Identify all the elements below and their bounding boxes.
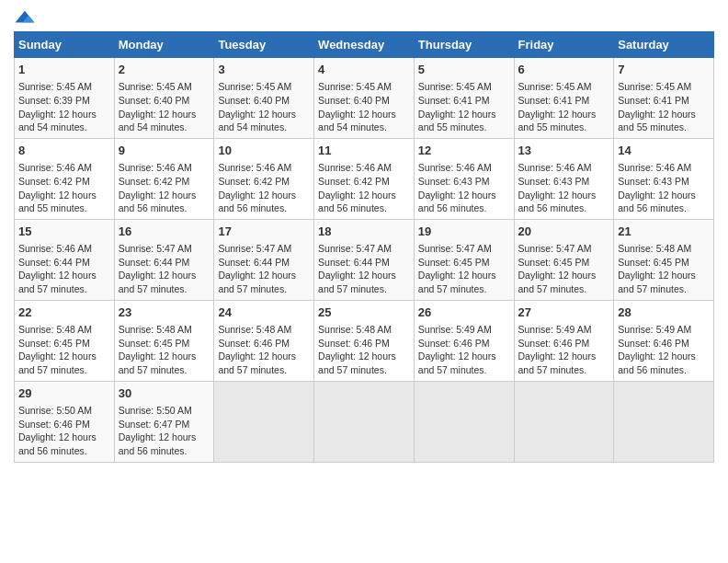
day-info-line: Daylight: 12 hours — [318, 108, 410, 121]
day-info-line: Sunrise: 5:48 AM — [119, 323, 210, 337]
day-info-line: Sunrise: 5:46 AM — [218, 161, 310, 175]
day-info-line: Sunset: 6:46 PM — [318, 337, 410, 350]
day-cell: 1Sunrise: 5:45 AMSunset: 6:39 PMDaylight… — [15, 58, 115, 139]
day-cell: 8Sunrise: 5:46 AMSunset: 6:42 PMDaylight… — [15, 138, 115, 219]
day-number: 16 — [119, 224, 210, 240]
day-cell: 11Sunrise: 5:46 AMSunset: 6:42 PMDayligh… — [314, 138, 415, 219]
day-number: 14 — [618, 143, 710, 159]
day-info-line: Daylight: 12 hours — [618, 108, 710, 121]
day-info-line: Sunrise: 5:46 AM — [418, 161, 510, 175]
day-info-line: and 54 minutes. — [18, 121, 110, 134]
day-info-line: Daylight: 12 hours — [119, 269, 210, 282]
day-info-line: Daylight: 12 hours — [418, 189, 510, 202]
day-info-line: and 55 minutes. — [418, 121, 510, 134]
day-info-line: Sunrise: 5:48 AM — [318, 323, 410, 337]
day-info-line: and 56 minutes. — [18, 444, 110, 458]
day-number: 27 — [518, 304, 610, 321]
day-info-line: Daylight: 12 hours — [18, 189, 110, 202]
day-info-line: Daylight: 12 hours — [618, 350, 710, 363]
day-cell: 22Sunrise: 5:48 AMSunset: 6:45 PMDayligh… — [15, 300, 115, 381]
day-info-line: and 57 minutes. — [518, 363, 610, 377]
day-info-line: and 57 minutes. — [119, 363, 210, 377]
day-info-line: Daylight: 12 hours — [418, 269, 510, 282]
day-cell: 29Sunrise: 5:50 AMSunset: 6:46 PMDayligh… — [15, 381, 115, 462]
day-info-line: Sunrise: 5:47 AM — [119, 242, 210, 256]
day-info-line: Daylight: 12 hours — [18, 269, 110, 282]
day-info-line: Sunrise: 5:46 AM — [518, 161, 610, 175]
day-number: 26 — [418, 304, 510, 321]
day-info-line: Sunrise: 5:50 AM — [119, 404, 210, 418]
day-info-line: Sunrise: 5:45 AM — [518, 80, 610, 94]
day-info-line: Daylight: 12 hours — [518, 350, 610, 363]
day-info-line: and 55 minutes. — [618, 121, 710, 134]
day-info-line: and 56 minutes. — [418, 201, 510, 215]
day-info-line: Daylight: 12 hours — [218, 269, 310, 282]
day-cell: 24Sunrise: 5:48 AMSunset: 6:46 PMDayligh… — [214, 300, 314, 381]
week-row-2: 8Sunrise: 5:46 AMSunset: 6:42 PMDaylight… — [15, 138, 714, 219]
day-info-line: Sunrise: 5:49 AM — [518, 323, 610, 337]
day-info-line: Sunrise: 5:46 AM — [18, 161, 110, 175]
logo — [14, 9, 40, 26]
day-number: 23 — [119, 304, 210, 321]
day-info-line: Sunset: 6:45 PM — [18, 337, 110, 350]
day-info-line: Daylight: 12 hours — [18, 431, 110, 444]
day-number: 11 — [318, 143, 410, 159]
day-cell: 17Sunrise: 5:47 AMSunset: 6:44 PMDayligh… — [214, 219, 314, 300]
day-info-line: Sunset: 6:42 PM — [18, 175, 110, 189]
day-number: 21 — [618, 224, 710, 240]
day-info-line: Daylight: 12 hours — [119, 431, 210, 444]
day-info-line: Sunset: 6:44 PM — [18, 256, 110, 270]
day-info-line: Sunset: 6:47 PM — [119, 418, 210, 431]
week-row-5: 29Sunrise: 5:50 AMSunset: 6:46 PMDayligh… — [15, 381, 714, 462]
header-cell-thursday: Thursday — [414, 32, 514, 58]
day-number: 24 — [218, 304, 310, 321]
day-info-line: Daylight: 12 hours — [119, 108, 210, 121]
day-info-line: and 54 minutes. — [119, 121, 210, 134]
day-info-line: Sunrise: 5:45 AM — [218, 80, 310, 94]
day-info-line: Daylight: 12 hours — [218, 350, 310, 363]
day-info-line: Sunset: 6:44 PM — [218, 256, 310, 270]
day-info-line: and 57 minutes. — [218, 363, 310, 377]
day-cell: 16Sunrise: 5:47 AMSunset: 6:44 PMDayligh… — [114, 219, 214, 300]
day-number: 20 — [518, 224, 610, 240]
day-info-line: Sunset: 6:39 PM — [18, 94, 110, 108]
day-info-line: Sunrise: 5:47 AM — [518, 242, 610, 256]
day-cell: 3Sunrise: 5:45 AMSunset: 6:40 PMDaylight… — [214, 58, 314, 139]
day-info-line: Sunset: 6:45 PM — [418, 256, 510, 270]
day-info-line: Daylight: 12 hours — [418, 108, 510, 121]
day-info-line: Sunset: 6:40 PM — [119, 94, 210, 108]
day-cell: 10Sunrise: 5:46 AMSunset: 6:42 PMDayligh… — [214, 138, 314, 219]
day-info-line: Sunset: 6:43 PM — [618, 175, 710, 189]
day-cell: 19Sunrise: 5:47 AMSunset: 6:45 PMDayligh… — [414, 219, 514, 300]
logo-icon — [14, 9, 36, 26]
day-info-line: Sunset: 6:45 PM — [119, 337, 210, 350]
day-info-line: and 57 minutes. — [618, 282, 710, 296]
day-info-line: Sunset: 6:46 PM — [518, 337, 610, 350]
day-number: 25 — [318, 304, 410, 321]
day-info-line: and 56 minutes. — [318, 201, 410, 215]
day-info-line: Daylight: 12 hours — [119, 350, 210, 363]
day-cell: 14Sunrise: 5:46 AMSunset: 6:43 PMDayligh… — [614, 138, 714, 219]
day-info-line: and 57 minutes. — [18, 363, 110, 377]
day-info-line: Sunset: 6:41 PM — [618, 94, 710, 108]
header-cell-friday: Friday — [514, 32, 614, 58]
day-cell: 13Sunrise: 5:46 AMSunset: 6:43 PMDayligh… — [514, 138, 614, 219]
day-cell: 2Sunrise: 5:45 AMSunset: 6:40 PMDaylight… — [114, 58, 214, 139]
day-info-line: Sunrise: 5:48 AM — [18, 323, 110, 337]
day-number: 3 — [218, 62, 310, 78]
day-number: 5 — [418, 62, 510, 78]
day-number: 10 — [218, 143, 310, 159]
week-row-4: 22Sunrise: 5:48 AMSunset: 6:45 PMDayligh… — [15, 300, 714, 381]
day-cell: 30Sunrise: 5:50 AMSunset: 6:47 PMDayligh… — [114, 381, 214, 462]
day-info-line: Sunset: 6:42 PM — [119, 175, 210, 189]
day-info-line: Sunrise: 5:49 AM — [418, 323, 510, 337]
day-info-line: Sunset: 6:46 PM — [18, 418, 110, 431]
day-cell: 23Sunrise: 5:48 AMSunset: 6:45 PMDayligh… — [114, 300, 214, 381]
day-info-line: Sunset: 6:40 PM — [318, 94, 410, 108]
day-info-line: Sunset: 6:44 PM — [318, 256, 410, 270]
day-info-line: Daylight: 12 hours — [318, 189, 410, 202]
day-number: 17 — [218, 224, 310, 240]
day-info-line: Sunset: 6:43 PM — [418, 175, 510, 189]
day-info-line: Sunrise: 5:47 AM — [218, 242, 310, 256]
day-cell: 28Sunrise: 5:49 AMSunset: 6:46 PMDayligh… — [614, 300, 714, 381]
